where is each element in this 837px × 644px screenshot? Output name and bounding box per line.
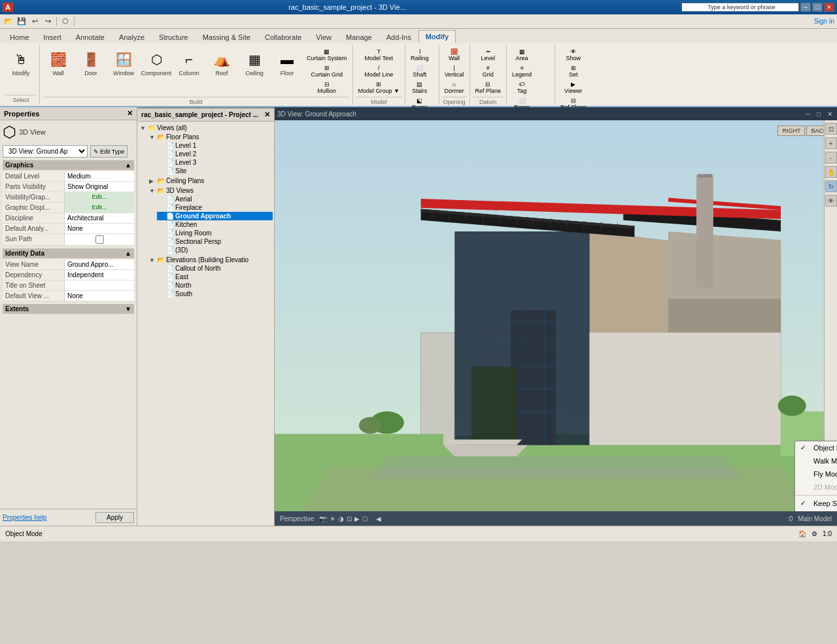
look-tool[interactable]: 👁 — [825, 195, 837, 207]
close-btn[interactable]: ✕ — [824, 3, 834, 12]
shaft-btn[interactable]: ⬜ Shaft — [408, 63, 432, 79]
title-on-sheet-value[interactable] — [65, 280, 134, 290]
model-line-btn[interactable]: / Model Line — [356, 63, 402, 79]
zoom-in-tool[interactable]: + — [825, 137, 837, 149]
properties-help-link[interactable]: Properties help — [3, 514, 46, 521]
tree-row-fireplace[interactable]: 📄 Fireplace — [157, 203, 273, 212]
identity-section-header[interactable]: Identity Data ▲ — [3, 248, 134, 258]
ctx-fly-mode[interactable]: Fly Mode — [795, 467, 837, 481]
legend-btn[interactable]: ≡ Legend — [509, 63, 534, 79]
railing-btn[interactable]: ⌇ Railing — [408, 47, 432, 63]
tree-row-floor-plans[interactable]: ▼ 📂 Floor Plans — [148, 133, 273, 141]
tab-annotate[interactable]: Annotate — [69, 31, 112, 43]
model-text-btn[interactable]: T Model Text — [356, 47, 402, 63]
tree-row-ceiling[interactable]: ▶ 📂 Ceiling Plans — [148, 177, 273, 185]
component-btn[interactable]: ⬡ Component — [141, 47, 172, 79]
tree-row-aerial[interactable]: 📄 Aerial — [157, 195, 273, 203]
door-btn[interactable]: 🚪 Door — [75, 47, 107, 79]
tree-row-south[interactable]: 📄 South — [157, 290, 273, 298]
view-dropdown[interactable]: 3D View: Ground Ap — [3, 145, 88, 158]
view-close-btn[interactable]: ✕ — [825, 110, 834, 118]
modify-btn[interactable]: 🖱 Modify — [5, 47, 37, 79]
properties-close-icon[interactable]: ✕ — [127, 109, 133, 118]
graphics-section-header[interactable]: Graphics ▲ — [3, 160, 134, 170]
tab-massing[interactable]: Massing & Site — [196, 31, 258, 43]
show-btn[interactable]: 👁 Show — [558, 47, 589, 63]
column-btn[interactable]: ⌐ Column — [173, 47, 205, 79]
qa-redo-btn[interactable]: ↪ — [42, 16, 54, 27]
tree-row-living-room[interactable]: 📄 Living Room — [157, 229, 273, 237]
minimize-btn[interactable]: ─ — [800, 3, 811, 12]
default-view-value[interactable]: None — [65, 291, 134, 301]
tab-structure[interactable]: Structure — [152, 31, 196, 43]
view-name-value[interactable]: Ground Appro... — [65, 260, 134, 269]
area-btn[interactable]: ▦ Area — [509, 47, 534, 63]
extents-section-header[interactable]: Extents ▼ — [3, 304, 134, 314]
tree-row-3d[interactable]: ▼ 📂 3D Views — [148, 186, 273, 195]
tab-manage[interactable]: Manage — [339, 31, 379, 43]
ctx-keep-scene-upright[interactable]: Keep Scene Upright — [795, 497, 837, 510]
ctx-object-mode[interactable]: Object Mode — [795, 441, 837, 454]
viewer-btn[interactable]: ▶ Viewer — [558, 80, 589, 95]
render-icon[interactable]: ▶ — [354, 515, 360, 522]
tree-row-kitchen[interactable]: 📄 Kitchen — [157, 220, 273, 229]
tab-addins[interactable]: Add-Ins — [379, 31, 418, 43]
curtain-system-btn[interactable]: ▦ Curtain System — [304, 47, 350, 63]
set-btn[interactable]: ⊞ Set — [558, 63, 589, 79]
pb-close-icon[interactable]: ✕ — [264, 110, 270, 119]
orbit-tool[interactable]: ↻ — [825, 180, 837, 192]
view-minimize-btn[interactable]: ─ — [804, 110, 812, 118]
tree-row-level1[interactable]: 📄 Level 1 — [157, 141, 273, 150]
qa-undo-btn[interactable]: ↩ — [29, 16, 41, 27]
tree-row-level2[interactable]: 📄 Level 2 — [157, 150, 273, 158]
tab-insert[interactable]: Insert — [36, 31, 69, 43]
tab-analyze[interactable]: Analyze — [112, 31, 152, 43]
nav-cube-right-btn[interactable]: RIGHT — [777, 126, 805, 136]
tree-row-3d-default[interactable]: 📄 (3D) — [157, 246, 273, 254]
tree-row-elevations[interactable]: ▼ 📂 Elevations (Building Elevatio — [148, 256, 273, 264]
qa-save-btn[interactable]: 💾 — [16, 16, 27, 27]
curtain-grid-btn[interactable]: ⊞ Curtain Grid — [304, 63, 350, 79]
floor-btn[interactable]: ▬ Floor — [271, 47, 303, 79]
shadow-icon[interactable]: ◑ — [338, 515, 344, 522]
camera-icon[interactable]: 📷 — [319, 515, 327, 522]
graphic-disp-edit-btn[interactable]: Edit... — [65, 203, 134, 212]
parts-visibility-value[interactable]: Show Original — [65, 182, 134, 192]
default-analy-value[interactable]: None — [65, 224, 134, 233]
ceiling-btn[interactable]: ▦ Ceiling — [239, 47, 270, 79]
ctx-2d-zoom[interactable]: 2D Zoom Direction — [795, 510, 837, 511]
pan-tool[interactable]: ✋ — [825, 166, 837, 178]
discipline-value[interactable]: Architectural — [65, 213, 134, 223]
dependency-value[interactable]: Independent — [65, 270, 134, 280]
sun-path-input[interactable] — [95, 235, 104, 244]
ctx-walk-mode[interactable]: Walk Mode — [795, 454, 837, 467]
zoom-extent-tool[interactable]: ⊡ — [825, 123, 837, 135]
tab-home[interactable]: Home — [3, 31, 36, 43]
edit-type-btn[interactable]: ✎ Edit Type — [90, 145, 128, 158]
wall-btn[interactable]: 🧱 Wall — [43, 47, 74, 79]
vertical-btn[interactable]: | Vertical — [442, 63, 467, 79]
sun-icon[interactable]: ☀ — [330, 515, 335, 522]
grid-btn[interactable]: # Grid — [473, 63, 504, 79]
zoom-out-tool[interactable]: - — [825, 152, 837, 163]
tab-view[interactable]: View — [309, 31, 339, 43]
qa-open-btn[interactable]: 📂 — [3, 16, 14, 27]
model-group-btn[interactable]: ⊞ Model Group ▼ — [356, 80, 402, 95]
tree-row-ground-approach[interactable]: 📄 Ground Approach — [157, 212, 273, 220]
mullion-btn[interactable]: ⊟ Mullion — [304, 80, 350, 95]
3d-canvas[interactable]: RIGHT BACK ⊡ + - ✋ ↻ 👁 ▲ ▼ Object Mode W… — [275, 120, 837, 511]
tree-row-sectional[interactable]: 📄 Sectional Persp — [157, 237, 273, 246]
search-bar[interactable]: Type a keyword or phrase — [681, 3, 799, 12]
tree-row-level3[interactable]: 📄 Level 3 — [157, 158, 273, 167]
sign-in-label[interactable]: Sign In — [814, 18, 834, 25]
tab-modify[interactable]: Modify — [418, 30, 456, 43]
view-maximize-btn[interactable]: □ — [815, 110, 823, 118]
apply-btn[interactable]: Apply — [95, 512, 134, 523]
stairs-btn[interactable]: ▤ Stairs — [408, 80, 432, 95]
tree-row-north[interactable]: 📄 North — [157, 281, 273, 290]
crop-icon[interactable]: ⊡ — [347, 515, 352, 522]
tree-row-callout[interactable]: 📄 Callout of North — [157, 264, 273, 273]
qa-3d-btn[interactable]: ⬡ — [60, 16, 71, 27]
tree-row-site[interactable]: 📄 Site — [157, 167, 273, 175]
dormer-btn[interactable]: ⌂ Dormer — [442, 80, 467, 95]
